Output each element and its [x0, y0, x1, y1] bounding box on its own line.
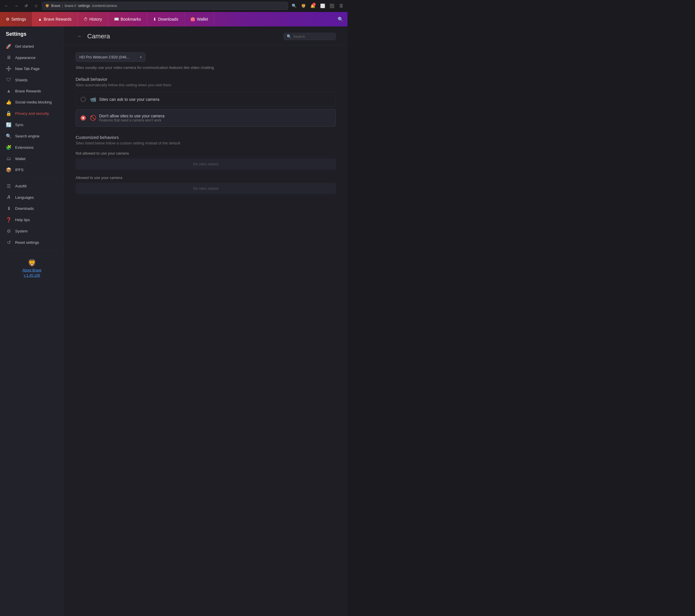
tab-bar: ← → ↺ ☆ 🦁 Brave | brave://settings/conte… [0, 0, 348, 12]
sidebar-item-get-started[interactable]: 🚀 Get started [0, 41, 64, 52]
radio-content-ask: 📹 Sites can ask to use your camera [90, 96, 331, 103]
sidebar-item-downloads-label: Downloads [15, 206, 34, 211]
nav-wallet[interactable]: 👛 Wallet [184, 12, 214, 27]
history-nav-icon: ⏱ [83, 17, 87, 21]
sidebar-item-brave-rewards[interactable]: ▲ Brave Rewards [0, 85, 64, 96]
content-panel: ← Camera 🔍 HD Pro Webcam C920 (046... ▾ … [64, 27, 348, 616]
window-btn-2[interactable]: ⬛ [328, 2, 336, 10]
content-header: ← Camera 🔍 [64, 27, 348, 45]
help-tips-icon: ❓ [6, 217, 12, 223]
sidebar-about: 🦁 About Brave v 1.45.106 [0, 253, 64, 280]
sidebar-item-social-media-blocking[interactable]: 👍 Social media blocking [0, 96, 64, 108]
nav-settings[interactable]: ⚙ Settings [0, 12, 32, 27]
nav-settings-label: Settings [11, 17, 26, 21]
default-behavior-heading: Default behavior [75, 77, 336, 82]
ipfs-icon: 📦 [6, 167, 12, 173]
sidebar-item-system-label: System [15, 229, 28, 233]
sidebar-item-appearance-label: Appearance [15, 55, 35, 60]
brave-shield-button[interactable]: 🦁 [299, 2, 307, 10]
radio-content-block: 🚫 Don't allow sites to use your camera F… [90, 113, 331, 122]
languages-icon: A [6, 195, 12, 200]
notifications-button[interactable]: 🔔 1 [308, 2, 317, 10]
search-engine-icon: 🔍 [6, 134, 12, 139]
sidebar-item-help-tips[interactable]: ❓ Help tips [0, 214, 64, 226]
brave-logo-icon: 🦁 [45, 4, 49, 8]
sidebar-item-new-tab-page-label: New Tab Page [15, 67, 39, 71]
sidebar-item-languages[interactable]: A Languages [0, 192, 64, 203]
camera-device-text: HD Pro Webcam C920 (046... [79, 55, 138, 59]
sidebar-item-reset-settings[interactable]: ↺ Reset settings [0, 237, 64, 248]
allowed-empty: No sites added [75, 183, 336, 194]
settings-nav-icon: ⚙ [6, 17, 10, 21]
top-nav-search-button[interactable]: 🔍 [336, 15, 345, 24]
appearance-icon: 🖥 [6, 55, 12, 60]
search-button[interactable]: 🔍 [290, 2, 298, 10]
content-body: HD Pro Webcam C920 (046... ▾ Sites usual… [64, 45, 348, 207]
radio-option-block[interactable]: 🚫 Don't allow sites to use your camera F… [75, 109, 336, 127]
about-brave-link[interactable]: About Brave [22, 268, 41, 272]
wallet-nav-icon: 👛 [190, 17, 195, 21]
nav-bookmarks[interactable]: 📖 Bookmarks [108, 12, 147, 27]
search-input[interactable] [293, 34, 333, 39]
radio-option-ask[interactable]: 📹 Sites can ask to use your camera [75, 92, 336, 107]
nav-history[interactable]: ⏱ History [78, 12, 108, 27]
privacy-security-icon: 🔒 [6, 111, 12, 116]
radio-circle-block [81, 116, 86, 121]
sidebar-item-shields[interactable]: 🛡 Shields [0, 74, 64, 85]
nav-brave-rewards[interactable]: ▲ Brave Rewards [32, 12, 78, 27]
bookmark-button[interactable]: ☆ [32, 2, 40, 10]
sidebar-item-autofill[interactable]: ☰ Autofill [0, 180, 64, 192]
customized-behaviors-heading: Customized behaviors [75, 135, 336, 140]
camera-ask-icon: 📹 [90, 96, 96, 103]
nav-downloads[interactable]: ⬇ Downloads [147, 12, 184, 27]
sidebar-item-shields-label: Shields [15, 78, 28, 82]
sidebar-item-wallet[interactable]: 🗂 Wallet [0, 153, 64, 164]
sidebar-item-ipfs-label: IPFS [15, 168, 23, 172]
radio-sublabel-block: Features that need a camera won't work [99, 118, 164, 122]
sidebar-title: Settings [0, 31, 64, 41]
nav-wallet-label: Wallet [197, 17, 208, 21]
default-behavior-subtext: Sites automatically follow this setting … [75, 83, 336, 87]
sidebar-item-downloads[interactable]: ⬇ Downloads [0, 203, 64, 214]
sidebar-item-new-tab-page[interactable]: ➕ New Tab Page [0, 63, 64, 74]
radio-text-block: Don't allow sites to use your camera Fea… [99, 113, 164, 122]
content-back-button[interactable]: ← [75, 32, 84, 40]
sidebar-item-sync[interactable]: 🔄 Sync [0, 119, 64, 130]
back-button[interactable]: ← [2, 2, 11, 10]
sidebar-item-sync-label: Sync [15, 123, 23, 127]
radio-label-ask: Sites can ask to use your camera [99, 97, 159, 102]
brave-version-link[interactable]: v 1.45.106 [23, 274, 40, 278]
sidebar-item-appearance[interactable]: 🖥 Appearance [0, 52, 64, 63]
sidebar-item-search-engine[interactable]: 🔍 Search engine [0, 130, 64, 142]
sidebar-item-search-engine-label: Search engine [15, 134, 39, 138]
sidebar-item-system[interactable]: ⚙ System [0, 226, 64, 237]
brave-rewards-icon: ▲ [6, 88, 12, 93]
forward-button[interactable]: → [12, 2, 20, 10]
page-title: Camera [87, 33, 110, 40]
url-settings: settings [78, 4, 90, 8]
downloads-nav-icon: ⬇ [153, 17, 156, 21]
browser-chrome: ← → ↺ ☆ 🦁 Brave | brave://settings/conte… [0, 0, 348, 12]
customized-behaviors-section: Customized behaviors Sites listed below … [75, 135, 336, 194]
url-bar[interactable]: 🦁 Brave | brave://settings/content/camer… [42, 2, 288, 10]
autofill-icon: ☰ [6, 183, 12, 189]
sidebar-item-privacy-and-security[interactable]: 🔒 Privacy and security [0, 108, 64, 119]
window-btn-1[interactable]: ⬜ [318, 2, 326, 10]
radio-circle-ask [81, 97, 86, 102]
nav-brave-rewards-label: Brave Rewards [44, 17, 71, 21]
reload-button[interactable]: ↺ [22, 2, 30, 10]
downloads-icon: ⬇ [6, 206, 12, 211]
url-brand: Brave [51, 4, 60, 8]
sidebar-item-reset-settings-label: Reset settings [15, 240, 39, 245]
sidebar-item-extensions[interactable]: 🧩 Extensions [0, 142, 64, 153]
sidebar-item-help-tips-label: Help tips [15, 218, 30, 222]
window-btn-3[interactable]: ☰ [337, 2, 345, 10]
content-search-box[interactable]: 🔍 [284, 33, 336, 40]
camera-device-dropdown[interactable]: HD Pro Webcam C920 (046... ▾ [75, 52, 146, 62]
extensions-icon: 🧩 [6, 145, 12, 150]
sidebar-item-social-media-blocking-label: Social media blocking [15, 100, 52, 104]
camera-description: Sites usually use your video camera for … [75, 65, 336, 70]
sidebar-divider-1 [5, 178, 59, 178]
sidebar-item-ipfs[interactable]: 📦 IPFS [0, 164, 64, 176]
bookmarks-nav-icon: 📖 [114, 17, 119, 21]
